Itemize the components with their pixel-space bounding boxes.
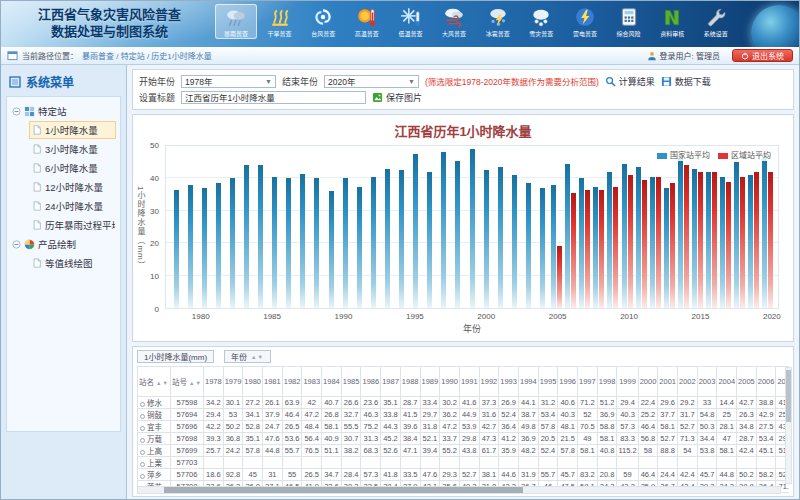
column-header-year[interactable]: 2000 <box>638 367 658 397</box>
regional-bar-2009[interactable] <box>613 187 618 309</box>
column-header-year[interactable]: 1991 <box>459 367 479 397</box>
column-header-year[interactable]: 1994 <box>518 367 538 397</box>
table-row[interactable]: 上栗57703 <box>138 457 790 469</box>
toolbar-item-settings[interactable]: 系统设置 <box>695 4 737 39</box>
national-bar-1989[interactable] <box>329 191 334 308</box>
regional-bar-2015[interactable] <box>698 172 703 308</box>
toolbar-item-cold[interactable]: 低温普查 <box>390 4 432 39</box>
column-header-year[interactable]: 2005 <box>737 367 757 397</box>
national-bar-2007[interactable] <box>579 178 584 308</box>
regional-bar-2011[interactable] <box>642 180 647 308</box>
expand-icon[interactable] <box>140 414 145 419</box>
chart-title-input[interactable] <box>181 91 366 104</box>
column-header-year[interactable]: 2006 <box>756 367 776 397</box>
tree-group[interactable]: 产品绘制 <box>9 235 118 253</box>
column-header-year[interactable]: 1993 <box>499 367 519 397</box>
national-bar-2020[interactable] <box>762 154 767 308</box>
regional-bar-2007[interactable] <box>585 190 590 308</box>
end-year-select[interactable]: 2020年▼ <box>324 75 419 88</box>
national-bar-2018[interactable] <box>734 162 739 308</box>
sidebar-item-等值线绘图[interactable]: 等值线绘图 <box>29 254 116 272</box>
sidebar-item-12小时降水量[interactable]: 12小时降水量 <box>29 178 116 196</box>
save-image-button[interactable]: 保存图片 <box>372 91 422 104</box>
national-bar-2008[interactable] <box>593 187 598 309</box>
national-bar-2012[interactable] <box>650 177 655 308</box>
sidebar-item-24小时降水量[interactable]: 24小时降水量 <box>29 197 116 215</box>
column-header-year[interactable]: 1983 <box>302 367 322 397</box>
national-bar-1980[interactable] <box>202 188 207 308</box>
regional-bar-2012[interactable] <box>656 177 661 308</box>
national-bar-2002[interactable] <box>512 175 517 308</box>
station-name-cell[interactable]: 上高 <box>138 445 171 457</box>
regional-bar-2020[interactable] <box>768 172 773 308</box>
column-header-year[interactable]: 2002 <box>678 367 698 397</box>
national-bar-1979[interactable] <box>188 185 193 308</box>
column-header-year[interactable]: 1998 <box>597 367 617 397</box>
national-bar-2019[interactable] <box>748 175 753 308</box>
column-header-year[interactable]: 1990 <box>440 367 460 397</box>
regional-bar-2016[interactable] <box>712 172 717 308</box>
national-bar-1981[interactable] <box>216 183 221 308</box>
regional-bar-2017[interactable] <box>726 182 731 308</box>
national-bar-2004[interactable] <box>540 188 545 308</box>
expand-icon[interactable] <box>140 450 145 455</box>
column-header-year[interactable]: 1981 <box>263 367 283 397</box>
national-bar-2016[interactable] <box>706 172 711 308</box>
collapse-toggle-icon[interactable] <box>12 107 21 116</box>
column-header-year[interactable]: 1988 <box>400 367 420 397</box>
national-bar-1991[interactable] <box>357 187 362 309</box>
expand-icon[interactable] <box>140 426 145 431</box>
column-header-year[interactable]: 1989 <box>420 367 440 397</box>
column-header-year[interactable]: 1982 <box>282 367 302 397</box>
horizontal-scrollbar[interactable] <box>137 486 781 494</box>
national-bar-2006[interactable] <box>565 164 570 308</box>
logout-button[interactable]: 退出系统 <box>732 49 793 62</box>
national-bar-1985[interactable] <box>272 177 277 308</box>
column-header-year[interactable]: 1984 <box>322 367 342 397</box>
expand-icon[interactable] <box>140 438 145 443</box>
national-bar-1996[interactable] <box>427 172 432 308</box>
station-name-cell[interactable]: 万载 <box>138 433 171 445</box>
national-bar-1988[interactable] <box>314 178 319 308</box>
national-bar-2017[interactable] <box>720 177 725 308</box>
national-bar-1999[interactable] <box>470 149 475 308</box>
unit-box[interactable]: 1小时降水量(mm) <box>137 350 214 363</box>
station-name-cell[interactable]: 铜鼓 <box>138 409 171 421</box>
table-row[interactable]: 铜鼓5769429.45334.137.946.447.226.832.746.… <box>138 409 790 421</box>
breadcrumb[interactable]: 暴雨普查 / 特定站 / 历史1小时降水量 <box>82 50 212 61</box>
station-name-cell[interactable]: 修水 <box>138 397 171 409</box>
national-bar-2011[interactable] <box>636 167 641 308</box>
toolbar-item-heat[interactable]: 高温普查 <box>346 4 388 39</box>
column-header-year[interactable]: 1999 <box>617 367 638 397</box>
regional-bar-2018[interactable] <box>740 177 745 308</box>
download-button[interactable]: 数据下载 <box>661 75 711 88</box>
sidebar-item-历年暴雨过程平均雨量[interactable]: 历年暴雨过程平均雨量 <box>29 216 116 234</box>
column-header-year[interactable]: 1985 <box>341 367 361 397</box>
column-header-year[interactable]: 2004 <box>717 367 737 397</box>
regional-bar-2008[interactable] <box>599 190 604 308</box>
national-bar-1982[interactable] <box>230 178 235 308</box>
toolbar-item-lightning[interactable]: 雷电普查 <box>564 4 606 39</box>
regional-bar-2019[interactable] <box>754 172 759 308</box>
table-row[interactable]: 万载5769839.336.835.147.653.656.440.930.73… <box>138 433 790 445</box>
national-bar-2003[interactable] <box>526 183 531 308</box>
column-header-year[interactable]: 1980 <box>243 367 263 397</box>
regional-bar-2006[interactable] <box>571 193 576 308</box>
toolbar-item-hail[interactable]: 冰雹普查 <box>477 4 519 39</box>
sidebar-item-3小时降水量[interactable]: 3小时降水量 <box>29 140 116 158</box>
national-bar-2009[interactable] <box>607 172 612 308</box>
national-bar-1990[interactable] <box>343 178 348 308</box>
column-header-year[interactable]: 1978 <box>203 367 223 397</box>
station-name-cell[interactable]: 萍乡 <box>138 469 171 481</box>
national-bar-1995[interactable] <box>413 154 418 308</box>
column-header-year[interactable]: 2003 <box>697 367 717 397</box>
national-bar-2013[interactable] <box>664 188 669 308</box>
column-header-year[interactable]: 1987 <box>381 367 401 397</box>
h-scroll-thumb[interactable] <box>164 487 524 493</box>
national-bar-2001[interactable] <box>498 167 503 308</box>
column-header-year[interactable]: 1979 <box>223 367 243 397</box>
table-row[interactable]: 宜丰5769642.250.252.824.726.548.458.155.57… <box>138 421 790 433</box>
sidebar-item-1小时降水量[interactable]: 1小时降水量 <box>29 121 116 139</box>
toolbar-item-snow[interactable]: 雪灾普查 <box>520 4 562 39</box>
calculate-button[interactable]: 计算结果 <box>605 75 655 88</box>
